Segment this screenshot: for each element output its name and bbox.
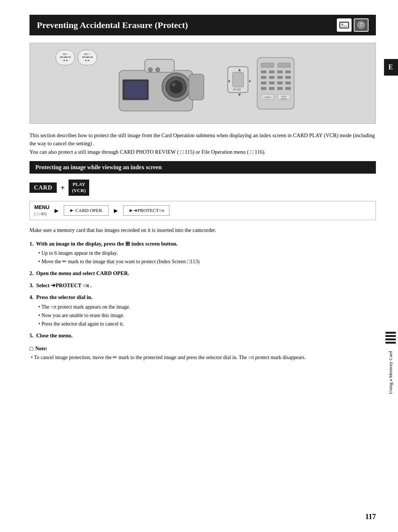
svg-rect-36	[261, 81, 266, 84]
step-list: 1. With an image in the display, press t…	[29, 240, 376, 340]
sidebar-line-3	[385, 338, 396, 340]
svg-rect-19	[233, 72, 244, 87]
svg-rect-27	[277, 63, 290, 67]
step-4: 4. Press the selector dial in. The ○π pr…	[29, 293, 376, 327]
sidebar-line-4	[385, 342, 396, 344]
svg-rect-6	[360, 26, 363, 27]
svg-point-10	[170, 80, 183, 94]
svg-rect-31	[285, 70, 291, 73]
note-icon: □	[29, 345, 33, 352]
remote-svg: – CARD + SLIDE SHOW	[254, 56, 298, 111]
svg-rect-30	[277, 70, 283, 73]
camera-svg	[108, 52, 226, 115]
right-sidebar: Using a Memory Card	[383, 332, 398, 394]
svg-point-16	[148, 67, 153, 72]
rec-search-button: REC SEARCH ◄◄	[56, 50, 75, 65]
sidebar-lines	[385, 332, 396, 344]
camera-illustration-box: REC SEARCH ◄◄ REC + SEARCH ►►	[29, 43, 376, 124]
svg-rect-37	[269, 81, 275, 84]
svg-rect-0	[340, 22, 349, 28]
svg-rect-1	[341, 24, 343, 25]
step-2: 2. Open the menu and select CARD OPER.	[29, 269, 376, 277]
svg-rect-34	[277, 76, 283, 79]
title-icons	[337, 18, 369, 32]
svg-rect-42	[277, 87, 283, 90]
tab-letter: E	[388, 63, 394, 71]
note-text: To cancel image protection, move the ✏ m…	[31, 354, 376, 362]
svg-rect-35	[285, 76, 291, 79]
svg-rect-26	[261, 63, 274, 67]
ctrl-buttons: REC SEARCH ◄◄ REC + SEARCH ►►	[56, 50, 97, 65]
svg-text:►: ►	[248, 79, 252, 83]
svg-text:▼: ▼	[237, 92, 242, 97]
menu-arrow-2: ▶	[114, 208, 118, 214]
section-heading: Protecting an image while viewing an ind…	[29, 161, 376, 174]
intro-paragraph-1: This section describes how to protect th…	[29, 131, 376, 156]
title-bar: Preventing Accidental Erasure (Protect)	[29, 15, 376, 35]
svg-rect-38	[277, 81, 283, 84]
step-5: 5. Close the menu.	[29, 331, 376, 340]
svg-rect-40	[261, 87, 266, 90]
selector-dial-svg: PUSH ▲ ▼ ◄ ►	[226, 63, 254, 104]
svg-rect-29	[269, 70, 275, 73]
sidebar-line-1	[385, 332, 396, 334]
svg-rect-13	[124, 81, 147, 98]
step-1-bullets: Up to 6 images appear in the display. Mo…	[38, 249, 376, 265]
card-play-row: CARD + PLAY (VCR)	[29, 180, 376, 196]
step-4-bullets: The ○π protect mark appears on the image…	[38, 303, 376, 328]
menu-item-card-oper: ► CARD OPER.	[64, 205, 109, 216]
step-3: 3. Select ➔PROTECT ○π .	[29, 281, 376, 289]
make-sure-text: Make sure a memory card that has images …	[29, 226, 376, 234]
menu-label-area: MENU ( □ 40)	[34, 204, 49, 217]
svg-text:SLIDE: SLIDE	[281, 95, 286, 97]
selector-dial-area: PUSH ▲ ▼ ◄ ►	[226, 63, 254, 104]
card-badge: CARD	[29, 182, 57, 193]
page-title: Preventing Accidental Erasure (Protect)	[37, 20, 188, 30]
step-1: 1. With an image in the display, press t…	[29, 240, 376, 265]
plus-sign: +	[60, 184, 64, 192]
svg-rect-32	[261, 76, 266, 79]
svg-text:– CARD +: – CARD +	[262, 96, 272, 98]
sidebar-text: Using a Memory Card	[388, 351, 394, 394]
menu-item-protect: ►➔PROTECT○π	[123, 205, 170, 216]
note-label: □ Note:	[29, 345, 376, 352]
svg-rect-2	[341, 26, 347, 27]
svg-text:◄: ◄	[227, 79, 231, 83]
menu-arrow-1: ▶	[55, 208, 59, 214]
svg-rect-15	[189, 74, 204, 100]
svg-rect-4	[360, 23, 363, 24]
sidebar-line-2	[385, 335, 396, 337]
note-box: □ Note: To cancel image protection, move…	[29, 345, 376, 362]
svg-rect-43	[285, 87, 291, 90]
page-number: 117	[365, 512, 376, 521]
svg-text:SHOW: SHOW	[281, 98, 286, 100]
svg-rect-33	[269, 76, 275, 79]
page-container: E Preventing Accidental Erasure (Protect…	[0, 0, 398, 532]
card-icon	[337, 18, 352, 32]
svg-point-17	[156, 67, 160, 72]
rec-plus-search-button: REC + SEARCH ►►	[78, 50, 97, 65]
menu-row: MENU ( □ 40) ▶ ► CARD OPER. ▶ ►➔PROTECT○…	[29, 201, 376, 220]
play-badge: PLAY (VCR)	[69, 180, 90, 196]
svg-text:▲: ▲	[237, 67, 242, 72]
remote-icon	[354, 18, 369, 32]
section-tab: E	[384, 59, 398, 76]
svg-rect-28	[261, 70, 266, 73]
svg-rect-39	[285, 81, 291, 84]
svg-rect-41	[269, 87, 275, 90]
svg-point-11	[172, 83, 175, 86]
svg-text:PUSH: PUSH	[233, 88, 241, 91]
svg-rect-5	[360, 25, 363, 25]
